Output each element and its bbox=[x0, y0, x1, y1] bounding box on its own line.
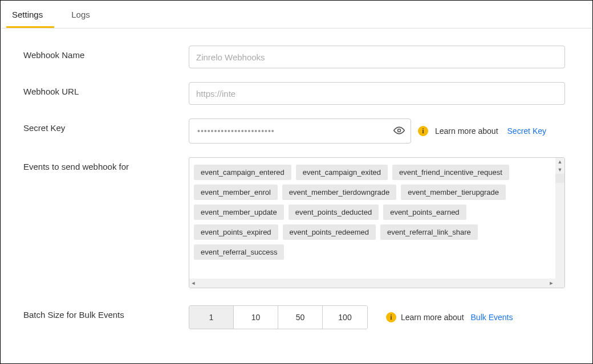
scroll-corner bbox=[555, 174, 564, 183]
row-events: Events to send webhook for event_campaig… bbox=[23, 157, 570, 288]
batch-size-segmented: 11050100 bbox=[189, 305, 368, 329]
label-secret-key: Secret Key bbox=[23, 118, 189, 133]
event-tag[interactable]: event_points_deducted bbox=[289, 205, 379, 220]
events-box: event_campaign_enteredevent_campaign_exi… bbox=[189, 157, 565, 288]
event-tag[interactable]: event_referral_link_share bbox=[380, 224, 478, 240]
help-secret-link[interactable]: Secret Key bbox=[507, 126, 546, 136]
event-tag[interactable]: event_points_expired bbox=[194, 224, 278, 240]
event-tag[interactable]: event_member_enrol bbox=[194, 185, 278, 200]
help-secret-text: Learn more about bbox=[435, 126, 498, 136]
scroll-up-icon[interactable]: ▲ bbox=[555, 158, 564, 166]
event-tags: event_campaign_enteredevent_campaign_exi… bbox=[194, 165, 551, 260]
webhook-name-input[interactable] bbox=[189, 46, 565, 68]
label-webhook-url: Webhook URL bbox=[23, 82, 189, 96]
event-tag[interactable]: event_campaign_entered bbox=[194, 165, 291, 180]
label-events: Events to send webhook for bbox=[23, 157, 189, 171]
event-tag[interactable]: event_member_tierdowngrade bbox=[282, 185, 396, 200]
vscrollbar[interactable]: ▲ ▼ bbox=[555, 158, 564, 288]
event-tag[interactable]: event_referral_success bbox=[194, 244, 284, 260]
label-webhook-name: Webhook Name bbox=[23, 46, 189, 60]
scroll-right-icon[interactable]: ► bbox=[547, 280, 555, 286]
row-batch-size: Batch Size for Bulk Events 11050100 i Le… bbox=[23, 305, 570, 329]
event-tag[interactable]: event_points_redeemed bbox=[283, 224, 376, 240]
event-tag[interactable]: event_friend_incentive_request bbox=[392, 165, 509, 180]
label-batch-size: Batch Size for Bulk Events bbox=[23, 305, 189, 320]
settings-panel: Settings Logs Webhook Name Webhook URL S… bbox=[0, 0, 593, 364]
row-secret-key: Secret Key ••••••••••••••••••••••• i Lea… bbox=[23, 118, 570, 144]
webhook-url-input[interactable] bbox=[189, 82, 565, 105]
event-tag[interactable]: event_member_update bbox=[194, 205, 284, 220]
info-icon[interactable]: i bbox=[386, 312, 396, 322]
event-tag[interactable]: event_campaign_exited bbox=[296, 165, 388, 180]
event-tag[interactable]: event_points_earned bbox=[383, 205, 466, 220]
tab-settings[interactable]: Settings bbox=[6, 1, 54, 28]
tab-bar: Settings Logs bbox=[1, 1, 592, 28]
help-bulk-link[interactable]: Bulk Events bbox=[471, 313, 513, 322]
hscrollbar[interactable]: ◄ ► bbox=[189, 279, 555, 288]
scroll-down-icon[interactable]: ▼ bbox=[555, 166, 564, 174]
help-bulk-text: Learn more about bbox=[401, 313, 464, 322]
secret-mask: ••••••••••••••••••••••• bbox=[197, 126, 393, 136]
secret-key-input[interactable]: ••••••••••••••••••••••• bbox=[189, 118, 411, 144]
row-webhook-name: Webhook Name bbox=[23, 46, 570, 68]
scroll-left-icon[interactable]: ◄ bbox=[189, 280, 197, 286]
svg-point-0 bbox=[398, 129, 401, 132]
batch-option[interactable]: 100 bbox=[323, 306, 367, 329]
batch-option[interactable]: 10 bbox=[234, 306, 278, 329]
batch-option[interactable]: 1 bbox=[189, 306, 234, 329]
tab-logs[interactable]: Logs bbox=[66, 1, 101, 28]
form-area: Webhook Name Webhook URL Secret Key ••••… bbox=[1, 28, 592, 349]
eye-icon[interactable] bbox=[393, 125, 405, 138]
event-tag[interactable]: event_member_tierupgrade bbox=[401, 185, 506, 200]
batch-option[interactable]: 50 bbox=[278, 306, 323, 329]
info-icon[interactable]: i bbox=[418, 126, 428, 136]
row-webhook-url: Webhook URL bbox=[23, 82, 570, 105]
